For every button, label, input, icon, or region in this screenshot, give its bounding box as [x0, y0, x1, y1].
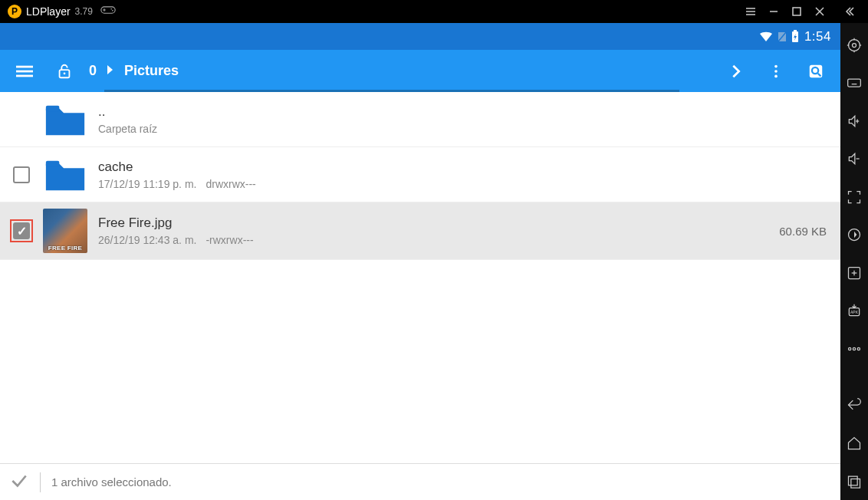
svg-point-22	[774, 70, 778, 73]
file-size: 60.69 KB	[779, 225, 830, 238]
settings-gear-icon[interactable]	[840, 35, 868, 55]
main-area: 1:54 0 Pictures	[0, 23, 868, 500]
file-name: cache	[98, 160, 830, 175]
svg-point-30	[849, 39, 860, 51]
svg-point-20	[64, 72, 66, 74]
close-button[interactable]	[808, 0, 831, 23]
file-row-cache[interactable]: cache 17/12/19 11:19 p. m. drwxrwx---	[0, 147, 840, 202]
recents-icon[interactable]	[840, 472, 868, 492]
emulator-sidebar: APK	[840, 23, 868, 500]
add-window-icon[interactable]	[840, 263, 868, 283]
svg-point-23	[774, 74, 778, 77]
titlebar-left: P LDPlayer 3.79	[8, 5, 739, 18]
svg-rect-17	[16, 70, 33, 72]
file-list: .. Carpeta raíz cache 17/12/19 11:19 p. …	[0, 92, 840, 463]
battery-charging-icon	[791, 30, 800, 44]
search-icon[interactable]	[801, 56, 831, 87]
file-checkbox[interactable]	[13, 222, 30, 239]
selection-highlight	[10, 219, 33, 242]
file-date: 17/12/19 11:19 p. m.	[98, 178, 196, 190]
back-icon[interactable]	[840, 396, 868, 416]
image-thumbnail: FREE FIRE	[43, 209, 87, 253]
file-meta: 17/12/19 11:19 p. m. drwxrwx---	[98, 178, 830, 190]
breadcrumb-folder-name: Pictures	[124, 63, 179, 79]
svg-point-21	[774, 64, 778, 67]
forward-icon[interactable]	[721, 56, 751, 87]
svg-rect-9	[793, 8, 801, 15]
file-meta: 26/12/19 12:43 a. m. -rwxrwx---	[98, 234, 768, 246]
volume-up-icon[interactable]	[840, 111, 868, 131]
more-icon[interactable]	[840, 339, 868, 359]
file-info: cache 17/12/19 11:19 p. m. drwxrwx---	[98, 160, 830, 190]
overflow-menu-icon[interactable]	[761, 56, 791, 87]
svg-point-29	[853, 43, 856, 47]
folder-icon	[43, 100, 87, 139]
volume-down-icon[interactable]	[840, 150, 868, 169]
file-manager-toolbar: 0 Pictures	[0, 50, 840, 92]
svg-rect-15	[794, 30, 797, 31]
svg-rect-35	[848, 79, 861, 87]
breadcrumb[interactable]: 0 Pictures	[89, 63, 179, 79]
file-checkbox[interactable]	[13, 166, 30, 183]
status-time: 1:54	[804, 29, 831, 44]
android-screen: 1:54 0 Pictures	[0, 23, 840, 500]
svg-rect-28	[46, 160, 59, 166]
lock-open-icon[interactable]	[49, 56, 80, 87]
gamepad-icon	[100, 5, 116, 18]
svg-point-50	[849, 347, 851, 350]
folder-icon	[43, 156, 87, 194]
status-icons	[758, 30, 800, 44]
hamburger-menu-icon[interactable]	[9, 56, 40, 87]
keyboard-icon[interactable]	[840, 74, 868, 94]
svg-point-52	[857, 347, 860, 350]
menu-lines-icon[interactable]	[739, 0, 762, 23]
file-permissions: -rwxrwx---	[205, 234, 253, 246]
ldplayer-logo: P	[8, 5, 21, 18]
titlebar-controls	[739, 0, 860, 23]
file-permissions: drwxrwx---	[205, 178, 255, 190]
fullscreen-icon[interactable]	[840, 187, 868, 207]
file-date: 26/12/19 12:43 a. m.	[98, 234, 196, 246]
minimize-button[interactable]	[762, 0, 785, 23]
file-row-parent[interactable]: .. Carpeta raíz	[0, 92, 840, 147]
svg-rect-27	[46, 105, 59, 111]
svg-point-4	[112, 10, 113, 12]
collapse-sidebar-icon[interactable]	[837, 0, 860, 23]
file-row-freefire[interactable]: FREE FIRE Free Fire.jpg 26/12/19 12:43 a…	[0, 202, 840, 260]
svg-point-3	[110, 8, 112, 10]
maximize-button[interactable]	[785, 0, 808, 23]
selection-count-text: 1 archivo seleccionado.	[51, 475, 172, 488]
sim-icon	[777, 31, 787, 43]
svg-rect-53	[849, 476, 858, 485]
divider	[40, 472, 41, 492]
file-info: Free Fire.jpg 26/12/19 12:43 a. m. -rwxr…	[98, 215, 768, 246]
thumb-caption: FREE FIRE	[43, 245, 87, 252]
file-info: .. Carpeta raíz	[98, 104, 830, 135]
file-name: Free Fire.jpg	[98, 215, 768, 231]
svg-rect-18	[16, 74, 33, 77]
home-icon[interactable]	[840, 433, 868, 453]
file-name: ..	[98, 104, 830, 120]
app-name: LDPlayer	[26, 5, 71, 18]
window-titlebar: P LDPlayer 3.79	[0, 0, 868, 23]
svg-rect-54	[851, 479, 860, 488]
selection-status-bar: 1 archivo seleccionado.	[0, 463, 840, 500]
breadcrumb-root-count: 0	[89, 63, 97, 79]
sync-icon[interactable]	[840, 225, 868, 245]
check-icon[interactable]	[9, 471, 29, 494]
chevron-right-icon	[106, 63, 115, 79]
app-version: 3.79	[75, 6, 93, 17]
svg-rect-16	[16, 65, 33, 67]
svg-text:APK: APK	[850, 310, 859, 314]
wifi-icon	[758, 31, 774, 43]
file-subtitle: Carpeta raíz	[98, 123, 830, 135]
android-status-bar: 1:54	[0, 23, 840, 50]
svg-point-51	[853, 347, 855, 350]
apk-install-icon[interactable]: APK	[840, 301, 868, 321]
toolbar-underline	[104, 90, 679, 92]
